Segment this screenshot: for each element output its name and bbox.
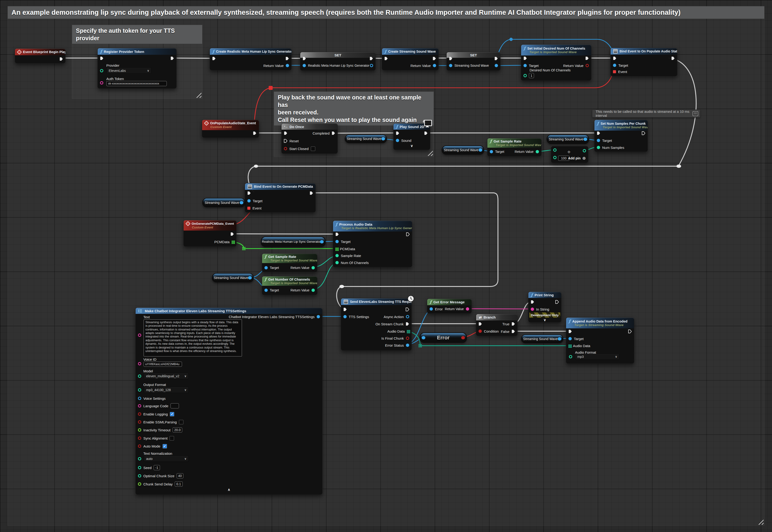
text-pin[interactable] [138,334,141,337]
inactivity-timeout-pin[interactable]: Inactivity Timeout20.0 [138,427,182,433]
desired-channels-pin[interactable]: 1 [524,73,534,79]
audio-data-pin[interactable]: Audio Data [569,343,590,349]
set-var-out-pin[interactable] [370,62,373,69]
var-out-pin[interactable] [240,201,243,204]
expand-chevron-icon[interactable]: ∨ [529,318,561,322]
node-on-generate-pcmdata-event[interactable]: OnGeneratePCMData_Event Custom Event PCM… [183,220,236,247]
var-out-pin[interactable] [320,240,324,243]
node-get-sample-rate-1[interactable]: ƒGet Sample RateTarget is Imported Sound… [487,138,542,156]
compare-in-pin[interactable] [422,336,425,339]
return-value-pin[interactable]: Return Value [563,62,589,69]
audio-data-pin[interactable]: Audio Data [388,328,409,334]
exec-in-pin[interactable] [597,130,600,136]
exec-out-pin[interactable] [369,55,373,62]
inactivity-timeout-input[interactable]: 20.0 [173,427,182,433]
pill-streaming-sound-wave[interactable]: Streaming Sound Wave [521,334,563,343]
event-pin[interactable]: Event [247,205,261,211]
pill-streaming-sound-wave[interactable]: Streaming Sound Wave [547,135,589,144]
voice-id-pin[interactable] [138,362,141,365]
chunk-send-delay-pin[interactable]: Chunk Send Delay0.1 [138,481,183,487]
exec-in-pin[interactable] [302,55,306,62]
output-format-pin[interactable] [138,388,141,392]
expand-chevron-icon[interactable]: ∨ [394,144,430,148]
node-make-tts-settings[interactable]: Make Chatbot Integrator Eleven Labs Stre… [135,308,322,495]
node-get-number-of-channels[interactable]: ƒGet Number Of ChannelsTarget is Importe… [262,276,317,295]
node-get-error-message[interactable]: ƒGet Error Message Error Return Value [427,299,472,314]
target-pin[interactable]: Target [264,265,279,271]
error-status-pin[interactable]: Error Status [385,342,409,348]
start-closed-pin[interactable]: Start Closed [284,146,315,152]
return-value-pin[interactable]: Return Value [411,62,436,69]
exec-in-pin[interactable] [613,55,617,61]
exec-out-pin[interactable] [671,55,675,61]
num-samples-pin[interactable]: Num Samples [597,144,624,150]
auto-mode-checkbox[interactable]: ✓ [162,444,167,448]
exec-in-pin[interactable] [247,190,251,196]
target-pin[interactable]: Target [490,149,504,155]
return-value-pin[interactable]: Return Value [290,287,315,293]
seed-pin[interactable]: Seed-1 [138,465,160,471]
exec-out-pin[interactable] [628,328,632,334]
node-play-sound-2d[interactable]: ƒPlay Sound 2D Sound ∨ [393,123,430,150]
auto-mode-pin[interactable]: Auto Mode✓ [138,443,167,449]
in-string-pin[interactable]: In String [531,306,549,312]
auth-token-input[interactable]: sk-xxxxxxxxxxxxxxxxxxxxxxxxxxxxxxx [106,81,167,86]
exec-out-pin[interactable] [433,55,436,62]
exec-in-pin[interactable] [396,130,400,136]
pill-lipsync-generator[interactable]: Realistic Meta Human Lip Sync Generator [261,237,325,247]
node-set-lipsync-generator[interactable]: SET Realistic Meta Human Lip Sync Genera… [300,52,376,71]
node-set-num-samples-per-chunk[interactable]: ƒSet Num Samples Per ChunkTarget is Impo… [594,120,648,152]
exec-out-pin[interactable] [495,55,498,62]
exec-out-pin[interactable] [424,130,428,136]
resize-handle-icon[interactable] [758,519,764,525]
return-value-pin[interactable]: Return Value [263,62,289,69]
node-set-streaming-sound-wave[interactable]: SET Streaming Sound Wave [447,52,501,71]
exec-out-pin[interactable] [170,55,174,61]
exec-out-pin[interactable] [230,231,234,237]
tts-settings-pin[interactable]: TTS Settings [343,314,369,320]
return-value-pin[interactable]: Return Value [290,265,315,271]
condition-pin[interactable]: Condition [479,328,499,334]
auth-token-pin[interactable] [100,81,103,84]
target-pin[interactable]: Target [597,137,612,143]
target-pin[interactable]: Target [335,238,350,245]
pcmdata-pin[interactable]: PCMData [214,239,234,245]
resize-handle-icon[interactable] [196,92,201,98]
enable-logging-pin[interactable]: Enable Logging✓ [138,411,174,417]
node-create-streaming-sound-wave[interactable]: ƒCreate Streaming Sound Wave Return Valu… [382,48,439,70]
return-value-pin[interactable]: Return Value [515,149,539,155]
exec-in-pin[interactable] [531,299,534,305]
divide-output-pin[interactable] [583,149,586,152]
model-dropdown[interactable]: eleven_multilingual_v2∨ [144,373,189,379]
language-code-input[interactable] [170,403,179,408]
true-exec-pin[interactable]: True [503,321,515,327]
node-branch[interactable]: ⇄Branch True Condition False [476,314,518,336]
divide-input-b-pin[interactable] [553,156,557,159]
node-comment-bubble[interactable]: This needs to be called so that audio is… [592,110,700,117]
pill-streaming-sound-wave[interactable]: Streaming Sound Wave [345,135,387,143]
pill-streaming-sound-wave[interactable]: Streaming Sound Wave [212,273,254,282]
var-out-pin[interactable] [381,137,385,140]
sound-pin[interactable]: Sound [396,137,411,143]
var-out-pin[interactable] [584,138,587,141]
model-pin[interactable] [138,374,141,378]
text-input[interactable]: Streaming synthesis output begins with a… [144,319,242,356]
exec-out-pin[interactable] [642,130,645,136]
collapse-chevron-icon[interactable]: ∧ [136,488,322,492]
is-final-chunk-pin[interactable]: Is Final Chunk [381,335,409,341]
node-do-once[interactable]: ¹→Do Once Completed Reset Start Closed [281,123,338,154]
text-normalization-pin[interactable] [138,457,141,460]
voice-id-input[interactable]: uYXf8XasLsIADfZ2MB4u [144,362,182,367]
completed-exec-pin[interactable]: Completed [312,130,335,136]
set-var-in-pin[interactable]: Streaming Sound Wave [449,62,489,69]
provider-dropdown[interactable]: ElevenLabs∨ [106,68,151,74]
start-closed-checkbox[interactable] [311,147,315,151]
sync-alignment-pin[interactable]: Sync Alignment [138,435,174,441]
node-process-audio-data[interactable]: ƒProcess Audio DataTarget is Realistic M… [333,220,412,267]
target-pin[interactable]: Target [613,62,628,68]
exec-out-pin[interactable] [406,306,409,312]
exec-in-pin[interactable] [212,55,216,62]
node-on-populate-event[interactable]: OnPopulateAudioState_Event Custom Event [202,120,259,138]
enable-logging-checkbox[interactable]: ✓ [170,412,174,416]
false-exec-pin[interactable]: False [501,328,515,334]
